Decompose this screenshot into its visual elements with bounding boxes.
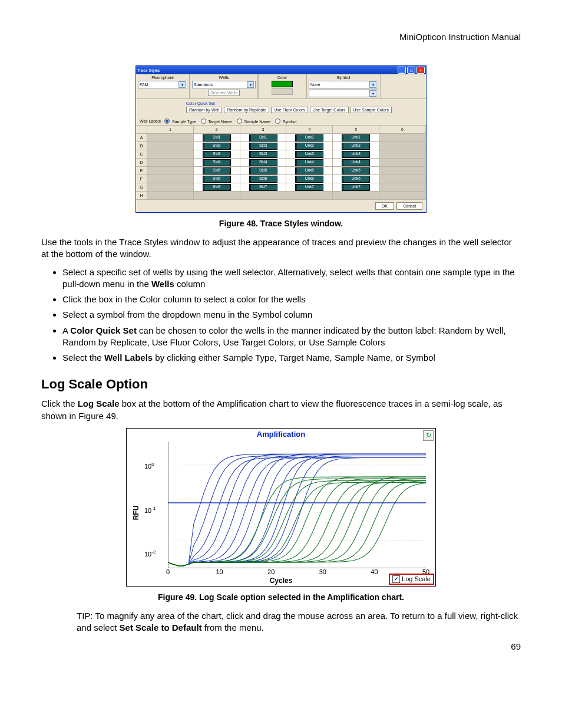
well-cell[interactable]: Std3 [194,150,240,159]
well-cell[interactable]: Unk4 [286,159,333,167]
well-labels-radio[interactable]: Sample Type [164,120,196,124]
well-cell-empty[interactable] [147,150,194,159]
well-cell[interactable]: Unk1 [286,134,333,142]
well-cell-empty[interactable] [379,183,426,192]
well-cell[interactable]: Std1 [240,134,287,142]
well-cell[interactable]: Std7 [240,183,287,192]
well-cell-empty[interactable] [333,192,379,200]
paragraph: Use the tools in the Trace Styles window… [41,236,521,261]
well-cell-empty[interactable] [240,192,287,200]
well-cell[interactable]: Std3 [240,150,287,159]
x-tick: 0 [166,568,170,575]
quickset-button[interactable]: Random by Replicate [224,107,269,113]
well-cell-empty[interactable] [379,134,426,142]
well-cell[interactable]: Unk1 [333,134,379,142]
well-cell[interactable]: Unk6 [333,175,379,183]
well-cell[interactable]: Std4 [240,159,287,167]
plot-area[interactable] [168,442,426,568]
radio-icon[interactable] [237,118,242,124]
close-icon[interactable]: × [416,67,425,74]
well-cell-empty[interactable] [379,159,426,167]
list-item: Select a specific set of wells by using … [62,266,521,291]
x-tick: 10 [216,568,223,575]
well-labels-radio[interactable]: Target Name [201,120,232,124]
trace-styles-window: Trace Styles _ □ × Fluorophore FAM▾ Well… [135,65,427,213]
radio-icon[interactable] [164,118,170,124]
col-symbol: Symbol [309,75,378,80]
well-labels-radio[interactable]: Symbol [275,120,296,124]
well-cell-empty[interactable] [379,142,426,150]
well-cell[interactable]: Std7 [194,183,240,192]
window-titlebar: Trace Styles _ □ × [136,66,426,74]
grid-col-header: 3 [240,126,287,134]
well-cell-empty[interactable] [379,150,426,159]
col-wells: Wells [192,75,256,80]
well-cell-empty[interactable] [379,175,426,183]
well-cell[interactable]: Std2 [194,142,240,150]
radio-icon[interactable] [201,118,206,124]
well-cell[interactable]: Std1 [194,134,240,142]
cancel-button[interactable]: Cancel [396,202,422,210]
well-cell-empty[interactable] [147,142,194,150]
well-cell-empty[interactable] [147,134,194,142]
well-cell-empty[interactable] [379,167,426,175]
well-cell[interactable]: Unk7 [286,183,333,192]
well-labels-radio[interactable]: Sample Name [237,120,270,124]
list-item: A Color Quick Set can be chosen to color… [62,325,521,349]
well-cell[interactable]: Unk4 [333,159,379,167]
well-cell[interactable]: Unk3 [286,150,333,159]
grid-col-header: 4 [286,126,333,134]
grid-col-header: 5 [333,126,379,134]
grid-row-header: G [136,183,147,192]
color-swatch[interactable] [272,81,293,87]
well-cell[interactable]: Std6 [240,175,287,183]
well-cell[interactable]: Unk6 [286,175,333,183]
grid-row-header: H [136,192,147,200]
minimize-icon[interactable]: _ [398,67,406,74]
well-cell-empty[interactable] [379,192,426,200]
grid-col-header: 2 [194,126,240,134]
well-cell-empty[interactable] [147,159,194,167]
well-cell-empty[interactable] [286,192,333,200]
well-cell[interactable]: Std5 [194,167,240,175]
well-cell-empty[interactable] [147,175,194,183]
col-color: Color [260,75,304,80]
quickset-button[interactable]: Use Target Colors [310,107,349,113]
well-cell[interactable]: Unk5 [333,167,379,175]
grid-col-header: 1 [147,126,194,134]
well-cell[interactable]: Unk2 [286,142,333,150]
well-cell[interactable]: Std2 [240,142,287,150]
well-cell[interactable]: Std4 [194,159,240,167]
well-cell-empty[interactable] [147,192,194,200]
symbol-select[interactable]: None▾ [309,81,378,88]
well-cell[interactable]: Std5 [240,167,287,175]
well-cell[interactable]: Unk7 [333,183,379,192]
well-cell[interactable]: Unk2 [333,142,379,150]
fluorophore-select[interactable]: FAM▾ [138,81,187,88]
well-cell[interactable]: Unk3 [333,150,379,159]
x-tick: 20 [267,568,275,575]
y-tick: 10-2 [144,549,156,558]
maximize-icon[interactable]: □ [407,67,415,74]
chevron-down-icon: ▾ [369,81,376,88]
symbol-select-disabled: ▾ [309,90,378,97]
ok-button[interactable]: OK [375,202,394,210]
quickset-button[interactable]: Use Sample Colors [351,107,392,113]
y-tick: 10-1 [144,506,156,514]
grid-col-header: 6 [379,126,426,134]
well-cell-empty[interactable] [147,167,194,175]
well-cell[interactable]: Std6 [194,175,240,183]
chart-title: Amplification [127,429,435,440]
wells-select[interactable]: Standards▾ [192,81,256,88]
quickset-button[interactable]: Use Fluor Colors [271,107,308,113]
well-selector-grid[interactable]: 123456AStd1Std1Unk1Unk1BStd2Std2Unk2Unk2… [136,125,426,200]
well-cell[interactable]: Unk5 [286,167,333,175]
grid-row-header: D [136,159,147,167]
well-cell-empty[interactable] [147,183,194,192]
well-cell-empty[interactable] [194,192,240,200]
section-heading: Log Scale Option [41,377,521,392]
log-scale-checkbox[interactable]: ✔ Log Scale [389,574,434,585]
quickset-button[interactable]: Random by Well [186,107,222,113]
radio-icon[interactable] [275,118,280,124]
selected-wells-button[interactable]: Selected Wells [208,90,240,96]
